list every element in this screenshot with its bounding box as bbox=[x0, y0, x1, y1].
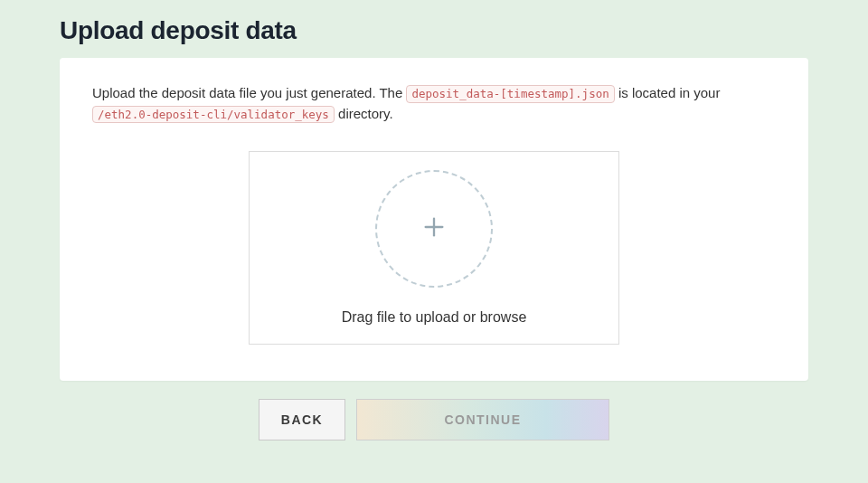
description-text-2: is located in your bbox=[618, 85, 721, 100]
code-chip-path: /eth2.0-deposit-cli/validator_keys bbox=[92, 106, 335, 124]
code-chip-filename: deposit_data-[timestamp].json bbox=[406, 85, 614, 103]
description-text-3: directory. bbox=[338, 106, 393, 121]
upload-card: Upload the deposit data file you just ge… bbox=[60, 58, 808, 381]
action-bar: BACK CONTINUE bbox=[0, 399, 868, 440]
dropzone-text: Drag file to upload or browse bbox=[342, 309, 527, 326]
page-title: Upload deposit data bbox=[0, 0, 868, 58]
file-dropzone[interactable]: Drag file to upload or browse bbox=[249, 151, 619, 345]
dropzone-circle bbox=[375, 170, 493, 288]
description-text-1: Upload the deposit data file you just ge… bbox=[92, 85, 406, 100]
back-button[interactable]: BACK bbox=[259, 399, 345, 440]
continue-button[interactable]: CONTINUE bbox=[356, 399, 609, 440]
upload-description: Upload the deposit data file you just ge… bbox=[92, 83, 776, 124]
plus-icon bbox=[421, 214, 447, 243]
